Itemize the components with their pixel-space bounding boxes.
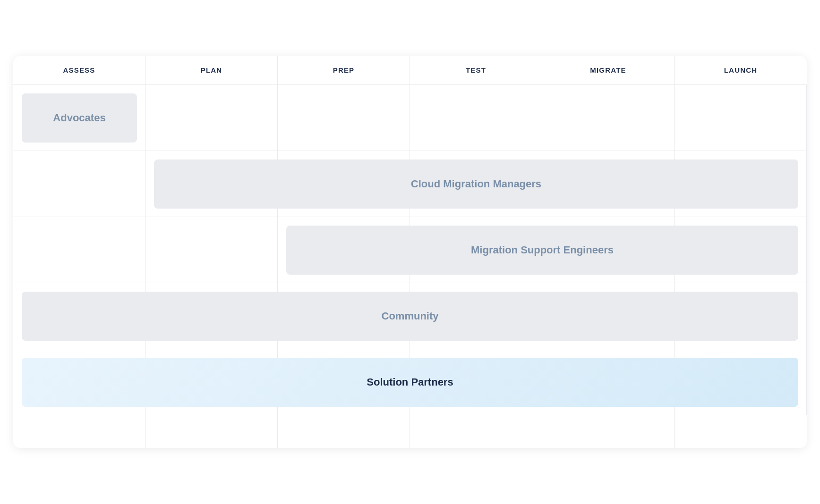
swimlane-cmm-label: Cloud Migration Managers <box>411 178 541 190</box>
grid-cell-r6-c3 <box>278 415 410 448</box>
grid-cell-r3-c2 <box>145 217 278 283</box>
col-header-assess: ASSESS <box>13 56 145 84</box>
gantt-chart: ASSESS PLAN PREP TEST MIGRATE LAUNCH Adv… <box>13 56 807 448</box>
header-row: ASSESS PLAN PREP TEST MIGRATE LAUNCH <box>13 56 807 85</box>
lane-row-2: Cloud Migration Managers <box>13 151 807 217</box>
swimlane-community-label: Community <box>382 310 439 322</box>
grid-cell-r1-c6 <box>675 85 807 151</box>
swimlane-sp-label: Solution Partners <box>367 376 453 388</box>
grid-cell-r6-c4 <box>410 415 542 448</box>
grid-cell-r1-c3 <box>278 85 410 151</box>
grid-body: Advocates Cloud Migration Managers Migra <box>13 85 807 448</box>
swimlane-migration-support-engineers: Migration Support Engineers <box>286 226 798 275</box>
lane-row-5: Solution Partners <box>13 349 807 415</box>
col-header-migrate: MIGRATE <box>542 56 675 84</box>
swimlane-cloud-migration-managers: Cloud Migration Managers <box>154 160 798 209</box>
swimlane-advocates: Advocates <box>22 93 137 143</box>
lane-row-3: Migration Support Engineers <box>13 217 807 283</box>
grid-cell-r1-c2 <box>145 85 278 151</box>
grid-cell-r6-c1 <box>13 415 145 448</box>
grid-cell-r1-c5 <box>542 85 675 151</box>
swimlane-solution-partners: Solution Partners <box>22 358 798 407</box>
col-header-launch: LAUNCH <box>675 56 807 84</box>
swimlane-mse-label: Migration Support Engineers <box>471 244 614 256</box>
grid-cell-r6-c5 <box>542 415 675 448</box>
lane-row-1: Advocates <box>13 85 807 151</box>
swimlane-advocates-label: Advocates <box>53 112 105 124</box>
col-header-test: TEST <box>410 56 542 84</box>
grid-cell-r3-c1 <box>13 217 145 283</box>
col-header-plan: PLAN <box>145 56 278 84</box>
grid-cell-r6-c2 <box>145 415 278 448</box>
grid-cell-r1-c4 <box>410 85 542 151</box>
lane-row-6 <box>13 415 807 448</box>
grid-cell-r6-c6 <box>675 415 807 448</box>
grid-cell-r2-c1 <box>13 151 145 217</box>
swimlane-community: Community <box>22 292 798 341</box>
lane-row-4: Community <box>13 283 807 349</box>
col-header-prep: PREP <box>278 56 410 84</box>
